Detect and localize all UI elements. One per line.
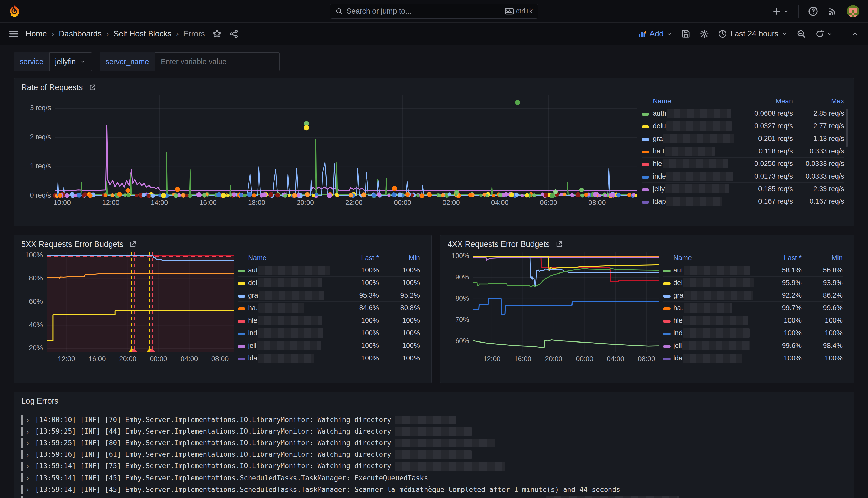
grafana-logo[interactable] — [9, 5, 21, 18]
legend-row[interactable]: del95.9%93.9% — [663, 276, 843, 289]
help-button[interactable] — [808, 6, 818, 16]
legend-row[interactable]: hle0.0250 req/s0.0333 req/s — [641, 157, 844, 170]
expand-chevron-icon[interactable]: › — [26, 496, 35, 498]
expand-chevron-icon[interactable]: › — [26, 427, 35, 436]
log-line[interactable]: ›[13:59:14] [INF] [45] Emby.Server.Imple… — [21, 484, 847, 495]
external-link-icon[interactable] — [129, 240, 137, 248]
legend-row[interactable]: gra0.201 req/s1.13 req/s — [641, 132, 844, 145]
star-icon[interactable] — [212, 29, 222, 39]
legend-col-name[interactable]: Name — [653, 97, 734, 105]
series-value: 0.0173 req/s — [734, 172, 793, 180]
settings-gear-icon[interactable] — [699, 29, 709, 39]
series-value: 80.8% — [379, 304, 420, 312]
server-name-variable-input[interactable]: Enter variable value — [155, 52, 280, 71]
expand-chevron-icon[interactable]: › — [26, 462, 35, 471]
legend-row[interactable]: aut100%100% — [238, 264, 420, 276]
legend-row[interactable]: ldap0.167 req/s0.167 req/s — [641, 195, 844, 208]
expand-chevron-icon[interactable]: › — [26, 416, 35, 424]
4xx-error-budget-chart[interactable] — [473, 252, 659, 352]
legend-row[interactable]: lda100%100% — [663, 352, 843, 364]
log-line[interactable]: ›[13:59:14] [INF] [45] Emby.Server.Imple… — [21, 472, 847, 483]
legend-col-name[interactable]: Name — [673, 254, 756, 262]
service-variable-select[interactable]: jellyfin — [49, 52, 92, 71]
legend-row[interactable]: jell100%100% — [238, 339, 420, 352]
legend-row[interactable]: aut58.1%56.8% — [663, 264, 843, 276]
legend-row[interactable]: ind100%100% — [238, 327, 420, 339]
legend-col-1[interactable]: Last * — [333, 254, 379, 262]
legend-col-1[interactable]: Last * — [756, 254, 802, 262]
panel-log-errors: Log Errors ›[14:00:10] [INF] [70] Emby.S… — [14, 392, 854, 498]
legend-row[interactable]: gra92.2%86.2% — [663, 289, 843, 301]
series-color-pill — [238, 332, 245, 335]
panel-title[interactable]: 4XX Requests Error Budgets — [448, 240, 550, 249]
legend-row[interactable]: jell99.6%98.4% — [663, 339, 843, 352]
legend-scrollbar[interactable] — [846, 108, 848, 147]
legend-row[interactable]: hle100%100% — [663, 314, 843, 327]
series-color-pill — [663, 270, 671, 273]
legend-row[interactable]: lda100%100% — [238, 352, 420, 364]
series-value: 100% — [379, 342, 420, 350]
new-button[interactable] — [772, 7, 789, 16]
search-input[interactable]: Search or jump to... ctrl+k — [330, 4, 538, 19]
zoom-out-icon[interactable] — [797, 29, 806, 39]
panel-title[interactable]: 5XX Requests Error Budgets — [21, 240, 123, 249]
redacted-text — [683, 316, 748, 325]
series-value: 100% — [379, 354, 420, 362]
collapse-caret-up-icon[interactable] — [851, 29, 859, 38]
log-line[interactable]: ›[13:59:13] [INF] [70] Emby.Drawing.Imag… — [21, 495, 847, 498]
legend-col-2[interactable]: Min — [379, 254, 420, 262]
expand-chevron-icon[interactable]: › — [26, 473, 35, 482]
external-link-icon[interactable] — [555, 240, 563, 248]
log-text: [13:59:14] [INF] [45] Emby.Server.Implem… — [35, 474, 428, 482]
breadcrumb-item[interactable]: Home — [26, 29, 47, 39]
breadcrumb-item[interactable]: Self Host Blocks — [113, 29, 172, 39]
series-value: 1.13 req/s — [793, 135, 844, 143]
series-color-pill — [238, 345, 245, 348]
legend-row[interactable]: auth0.0608 req/s2.85 req/s — [641, 107, 844, 120]
legend-row[interactable]: ha.99.7%99.6% — [663, 301, 843, 314]
legend-col-2[interactable]: Max — [793, 97, 844, 105]
series-value: 0.118 req/s — [734, 147, 793, 155]
breadcrumb-item[interactable]: Dashboards — [59, 29, 102, 39]
legend-row[interactable]: hle100%100% — [238, 314, 420, 327]
rate-of-requests-chart[interactable] — [55, 95, 637, 196]
redacted-text — [663, 159, 728, 168]
legend-col-1[interactable]: Mean — [734, 97, 793, 105]
legend-row[interactable]: delu0.0327 req/s2.77 req/s — [641, 120, 844, 132]
log-line[interactable]: ›[13:59:16] [INF] [61] Emby.Server.Imple… — [21, 449, 847, 460]
legend-col-name[interactable]: Name — [248, 254, 333, 262]
legend-col-2[interactable]: Min — [802, 254, 843, 262]
mega-menu-icon[interactable] — [9, 29, 19, 39]
legend-row[interactable]: ind100%100% — [663, 327, 843, 339]
panel-title[interactable]: Rate of Requests — [21, 83, 83, 92]
log-line[interactable]: ›[13:59:25] [INF] [80] Emby.Server.Imple… — [21, 437, 847, 449]
log-line[interactable]: ›[14:00:10] [INF] [70] Emby.Server.Imple… — [21, 414, 847, 425]
legend-row[interactable]: ha.t0.118 req/s0.333 req/s — [641, 145, 844, 157]
expand-chevron-icon[interactable]: › — [26, 485, 35, 494]
legend-row[interactable]: ha.84.6%80.8% — [238, 301, 420, 314]
user-avatar[interactable] — [847, 5, 859, 17]
5xx-error-budget-chart[interactable] — [47, 252, 234, 352]
add-button[interactable]: Add — [638, 29, 672, 39]
save-dashboard-icon[interactable] — [681, 29, 691, 39]
log-line[interactable]: ›[13:59:25] [INF] [44] Emby.Server.Imple… — [21, 426, 847, 437]
series-value: 95.3% — [333, 291, 379, 299]
external-link-icon[interactable] — [89, 84, 96, 91]
refresh-button[interactable] — [815, 29, 833, 39]
redacted-text — [667, 109, 731, 118]
legend-row[interactable]: del100%100% — [238, 276, 420, 289]
panel-title[interactable]: Log Errors — [21, 396, 58, 406]
time-range-picker[interactable]: Last 24 hours — [718, 29, 788, 39]
legend-row[interactable]: inde0.0173 req/s0.0333 req/s — [641, 170, 844, 182]
expand-chevron-icon[interactable]: › — [26, 439, 35, 447]
legend-row[interactable]: gra95.3%95.2% — [238, 289, 420, 301]
legend-row[interactable]: jelly0.185 req/s2.33 req/s — [641, 182, 844, 195]
series-value: 100% — [802, 317, 843, 325]
series-name: lda — [673, 354, 756, 363]
share-icon[interactable] — [229, 29, 239, 39]
log-line[interactable]: ›[13:59:14] [INF] [75] Emby.Server.Imple… — [21, 460, 847, 472]
search-placeholder: Search or jump to... — [347, 7, 501, 15]
series-color-pill — [663, 358, 671, 361]
news-button[interactable] — [827, 6, 838, 16]
expand-chevron-icon[interactable]: › — [26, 450, 35, 459]
